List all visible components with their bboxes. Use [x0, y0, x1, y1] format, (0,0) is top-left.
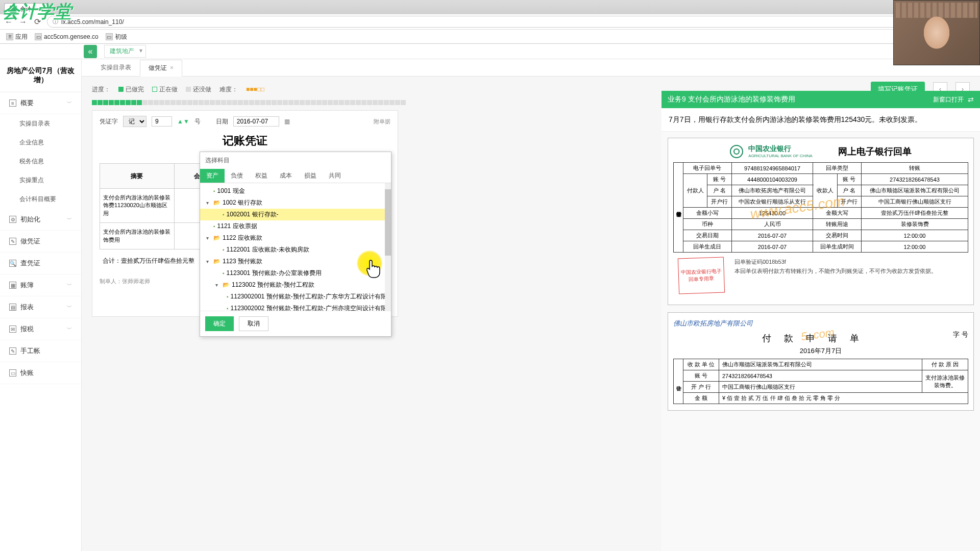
- progress-cell[interactable]: [126, 100, 131, 105]
- voucher-row-summary[interactable]: 支付会所内游泳池的装修装饰费11230020山市顺德区用: [100, 189, 175, 223]
- progress-cell[interactable]: [311, 100, 316, 105]
- url-input[interactable]: ⓘ lx.acc5.com/main_110/: [47, 16, 976, 28]
- sidebar-item[interactable]: 会计科目概要: [0, 190, 81, 209]
- sidebar-item[interactable]: 🔍查凭证: [0, 253, 81, 274]
- sidebar-item[interactable]: 税务信息: [0, 152, 81, 171]
- open-new-window-link[interactable]: 新窗口打开: [933, 95, 964, 104]
- progress-cell[interactable]: [322, 100, 327, 105]
- progress-cell[interactable]: [305, 100, 310, 105]
- sidebar-item[interactable]: ⚙初始化﹀: [0, 209, 81, 231]
- progress-cell[interactable]: [97, 100, 103, 105]
- progress-cell[interactable]: [137, 100, 142, 105]
- cancel-button[interactable]: 取消: [239, 316, 268, 331]
- picker-tab[interactable]: 资产: [200, 169, 225, 183]
- progress-cell[interactable]: [114, 100, 119, 105]
- progress-cell[interactable]: [384, 100, 389, 105]
- sidebar-item[interactable]: 实操重点: [0, 171, 81, 190]
- tree-node[interactable]: ▪1121 应收票据: [200, 220, 391, 232]
- progress-cell[interactable]: [333, 100, 338, 105]
- tree-node[interactable]: ▪1123002001 预付账款-预付工程款-广东华方工程设计有限公司: [200, 291, 391, 303]
- tree-node[interactable]: ▪1002001 银行存款-: [200, 209, 391, 220]
- progress-cell[interactable]: [316, 100, 322, 105]
- progress-cell[interactable]: [109, 100, 114, 105]
- voucher-type-select[interactable]: 记: [123, 116, 146, 127]
- picker-tab[interactable]: 损益: [298, 169, 323, 183]
- progress-cell[interactable]: [288, 100, 293, 105]
- progress-cell[interactable]: [328, 100, 333, 105]
- progress-cell[interactable]: [176, 100, 181, 105]
- progress-cell[interactable]: [243, 100, 249, 105]
- sidebar-item[interactable]: ≡概要﹀: [0, 92, 81, 114]
- tree-node[interactable]: ▪1123001 预付账款-办公室装修费用: [200, 267, 391, 279]
- progress-cell[interactable]: [260, 100, 265, 105]
- tree-scrollbar[interactable]: [385, 183, 391, 311]
- progress-cell[interactable]: [210, 100, 215, 105]
- tree-node[interactable]: ▾📂1122 应收账款: [200, 232, 391, 244]
- picker-tab[interactable]: 权益: [249, 169, 274, 183]
- account-tree[interactable]: ▪1001 现金▾📂1002 银行存款▪1002001 银行存款-▪1121 应…: [200, 183, 391, 311]
- progress-cell[interactable]: [238, 100, 243, 105]
- progress-cell[interactable]: [159, 100, 164, 105]
- tree-node[interactable]: ▪1001 现金: [200, 185, 391, 197]
- expand-icon[interactable]: ▾: [206, 259, 211, 264]
- expand-icon[interactable]: ▾: [215, 282, 220, 288]
- progress-cell[interactable]: [367, 100, 372, 105]
- progress-cell[interactable]: [389, 100, 395, 105]
- progress-cell[interactable]: [401, 100, 406, 105]
- tree-node[interactable]: ▪1122001 应收账款-未收购房款: [200, 244, 391, 256]
- progress-cell[interactable]: [356, 100, 361, 105]
- sidebar-item[interactable]: ✉报税﹀: [0, 318, 81, 340]
- progress-cell[interactable]: [277, 100, 282, 105]
- progress-cell[interactable]: [154, 100, 159, 105]
- progress-cell[interactable]: [221, 100, 226, 105]
- tree-node[interactable]: ▾📂1123002 预付账款-预付工程款: [200, 279, 391, 291]
- progress-cell[interactable]: [350, 100, 355, 105]
- progress-cell[interactable]: [227, 100, 232, 105]
- tab-voucher[interactable]: 做凭证×: [140, 60, 182, 77]
- progress-cell[interactable]: [165, 100, 170, 105]
- progress-cell[interactable]: [300, 100, 305, 105]
- bookmark-item[interactable]: ▭acc5com.gensee.co: [35, 33, 99, 40]
- ok-button[interactable]: 确定: [205, 316, 234, 331]
- tree-node[interactable]: ▾📂1123 预付账款: [200, 256, 391, 267]
- sidebar-item[interactable]: 企业信息: [0, 133, 81, 152]
- progress-cell[interactable]: [255, 100, 260, 105]
- progress-cell[interactable]: [182, 100, 187, 105]
- progress-cell[interactable]: [345, 100, 350, 105]
- sidebar-collapse-button[interactable]: «: [84, 45, 97, 58]
- voucher-number-input[interactable]: [152, 116, 172, 127]
- apps-button[interactable]: ⠿应用: [6, 33, 28, 41]
- progress-cell[interactable]: [361, 100, 366, 105]
- progress-cell[interactable]: [187, 100, 192, 105]
- progress-cell[interactable]: [232, 100, 237, 105]
- progress-cell[interactable]: [199, 100, 204, 105]
- progress-cell[interactable]: [142, 100, 148, 105]
- tab-close-icon[interactable]: ×: [170, 64, 174, 71]
- company-selector[interactable]: 建筑地产: [104, 45, 146, 58]
- picker-tab[interactable]: 成本: [274, 169, 298, 183]
- progress-cell[interactable]: [249, 100, 254, 105]
- sidebar-item[interactable]: ✎手工帐: [0, 340, 81, 362]
- progress-cell[interactable]: [378, 100, 383, 105]
- voucher-stepper[interactable]: ▲▼: [177, 118, 189, 125]
- calendar-icon[interactable]: ▦: [284, 118, 290, 125]
- progress-cell[interactable]: [204, 100, 209, 105]
- sidebar-item[interactable]: ▭快账: [0, 362, 81, 384]
- voucher-date-input[interactable]: [233, 116, 279, 127]
- progress-cell[interactable]: [272, 100, 277, 105]
- progress-cell[interactable]: [148, 100, 153, 105]
- swap-icon[interactable]: ⇄: [968, 95, 974, 104]
- progress-cell[interactable]: [131, 100, 136, 105]
- expand-icon[interactable]: ▾: [206, 235, 211, 241]
- progress-cell[interactable]: [373, 100, 378, 105]
- bookmark-item[interactable]: ▭初级: [106, 33, 127, 41]
- expand-icon[interactable]: ▾: [206, 200, 211, 206]
- tab-directory[interactable]: 实操目录表: [92, 59, 140, 76]
- sidebar-item[interactable]: 实操目录表: [0, 114, 81, 133]
- picker-tab[interactable]: 负债: [225, 169, 249, 183]
- progress-cell[interactable]: [395, 100, 400, 105]
- sidebar-item[interactable]: ▦账簿﹀: [0, 274, 81, 296]
- progress-cell[interactable]: [103, 100, 108, 105]
- tree-node[interactable]: ▪1123002002 预付账款-预付工程款-广州亦境空间设计有限公司: [200, 303, 391, 311]
- document-viewer[interactable]: www.acc5.com 中国农业银行 AGRICULTURAL BANK OF…: [662, 132, 980, 551]
